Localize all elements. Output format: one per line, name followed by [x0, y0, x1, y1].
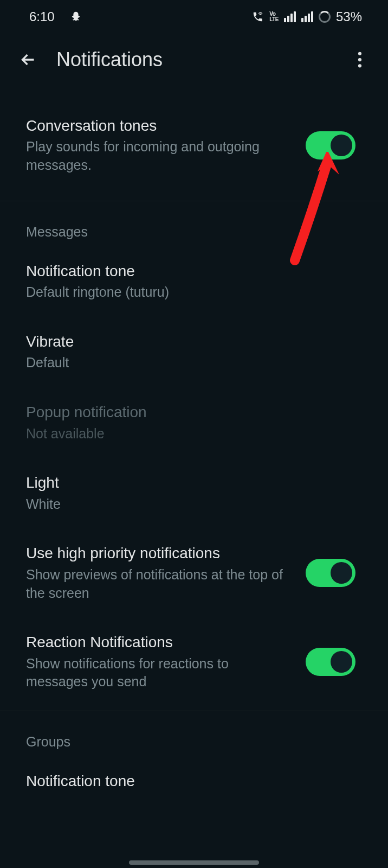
conversation-tones-subtitle: Play sounds for incoming and outgoing me…: [26, 138, 293, 175]
signal-icon-2: [301, 11, 313, 22]
notification-tone-title: Notification tone: [26, 261, 362, 281]
groups-notification-tone-title: Notification tone: [26, 771, 362, 791]
back-button[interactable]: [15, 47, 41, 73]
status-time: 6:10: [29, 9, 55, 24]
reaction-notifications-text: Reaction Notifications Show notification…: [26, 633, 293, 691]
home-indicator[interactable]: [129, 860, 259, 865]
popup-notification-title: Popup notification: [26, 403, 362, 422]
reaction-notifications-toggle[interactable]: [306, 648, 355, 676]
battery-spinner-icon: [319, 11, 331, 23]
reaction-notifications-title: Reaction Notifications: [26, 633, 293, 652]
divider: [0, 711, 388, 711]
conversation-tones-title: Conversation tones: [26, 116, 293, 136]
battery-percentage: 53%: [336, 9, 362, 24]
groups-notification-tone-row[interactable]: Notification tone: [0, 756, 388, 791]
status-bar: 6:10 VoLTE 53%: [0, 0, 388, 34]
reaction-notifications-subtitle: Show notifications for reactions to mess…: [26, 655, 293, 692]
volte-icon: VoLTE: [269, 11, 279, 22]
status-right: VoLTE 53%: [252, 9, 362, 24]
light-text: Light White: [26, 473, 362, 513]
status-left: 6:10: [29, 9, 82, 24]
snapchat-notification-icon: [70, 11, 82, 23]
high-priority-toggle[interactable]: [306, 559, 355, 587]
popup-notification-subtitle: Not available: [26, 425, 362, 443]
page-title: Notifications: [56, 48, 332, 71]
more-options-button[interactable]: [347, 47, 373, 73]
vibrate-title: Vibrate: [26, 332, 362, 352]
notification-tone-row[interactable]: Notification tone Default ringtone (tutu…: [0, 246, 388, 317]
conversation-tones-toggle[interactable]: [306, 131, 355, 159]
svg-point-0: [358, 52, 361, 55]
light-subtitle: White: [26, 495, 362, 514]
vibrate-row[interactable]: Vibrate Default: [0, 317, 388, 387]
messages-section-header: Messages: [0, 206, 388, 246]
svg-point-2: [358, 64, 361, 67]
high-priority-text: Use high priority notifications Show pre…: [26, 544, 293, 602]
app-bar: Notifications: [0, 34, 388, 86]
wifi-calling-icon: [252, 11, 264, 23]
conversation-tones-text: Conversation tones Play sounds for incom…: [26, 116, 293, 175]
groups-section-header: Groups: [0, 716, 388, 756]
light-title: Light: [26, 473, 362, 493]
popup-notification-row: Popup notification Not available: [0, 387, 388, 458]
settings-content: Conversation tones Play sounds for incom…: [0, 86, 388, 792]
svg-point-1: [358, 58, 361, 61]
light-row[interactable]: Light White: [0, 458, 388, 528]
vibrate-subtitle: Default: [26, 354, 362, 372]
reaction-notifications-row[interactable]: Reaction Notifications Show notification…: [0, 617, 388, 706]
conversation-tones-row[interactable]: Conversation tones Play sounds for incom…: [0, 90, 388, 196]
vibrate-text: Vibrate Default: [26, 332, 362, 372]
toggle-knob: [331, 651, 352, 673]
signal-icon-1: [284, 11, 296, 22]
more-vertical-icon: [358, 52, 362, 68]
toggle-knob: [331, 562, 352, 584]
high-priority-title: Use high priority notifications: [26, 544, 293, 563]
divider: [0, 201, 388, 201]
notification-tone-subtitle: Default ringtone (tuturu): [26, 283, 362, 302]
back-arrow-icon: [18, 50, 38, 69]
popup-notification-text: Popup notification Not available: [26, 403, 362, 443]
high-priority-subtitle: Show previews of notifications at the to…: [26, 566, 293, 603]
groups-notification-tone-text: Notification tone: [26, 771, 362, 791]
high-priority-row[interactable]: Use high priority notifications Show pre…: [0, 528, 388, 617]
toggle-knob: [331, 135, 352, 156]
notification-tone-text: Notification tone Default ringtone (tutu…: [26, 261, 362, 302]
